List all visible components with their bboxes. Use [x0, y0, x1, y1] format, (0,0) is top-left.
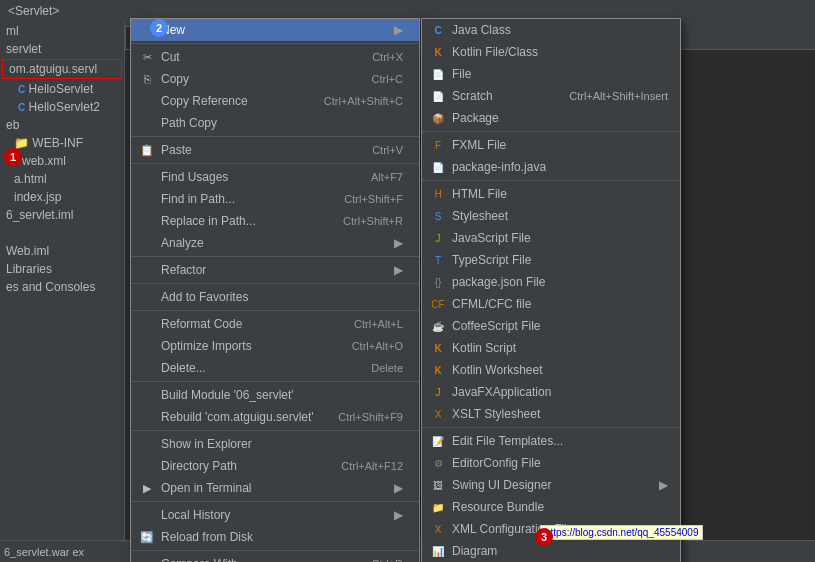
submenu-html[interactable]: H HTML File	[422, 183, 680, 205]
submenu-package-info[interactable]: 📄 package-info.java	[422, 156, 680, 178]
menu-add-favorites[interactable]: Add to Favorites	[131, 286, 419, 308]
kw-icon: K	[430, 362, 446, 378]
scratch-label: Scratch	[452, 89, 493, 103]
lp-webiml[interactable]: Web.iml	[0, 242, 124, 260]
cfml-icon: CF	[430, 296, 446, 312]
replace-path-label: Replace in Path...	[161, 214, 256, 228]
editorconfig-label: EditorConfig File	[452, 456, 541, 470]
rebuild-icon	[139, 409, 155, 425]
copy-path-label: Path Copy	[161, 116, 217, 130]
paste-icon: 📋	[139, 142, 155, 158]
submenu-css[interactable]: S Stylesheet	[422, 205, 680, 227]
lp-ahtml[interactable]: a.html	[0, 170, 124, 188]
submenu-scratch-file[interactable]: 📄 Scratch Ctrl+Alt+Shift+Insert	[422, 85, 680, 107]
analyze-label: Analyze	[161, 236, 204, 250]
submenu-package[interactable]: 📦 Package	[422, 107, 680, 129]
menu-copy-reference[interactable]: Copy Reference Ctrl+Alt+Shift+C	[131, 90, 419, 112]
lp-iml[interactable]: 6_servlet.iml	[0, 206, 124, 224]
menu-cut[interactable]: ✂ Cut Ctrl+X	[131, 46, 419, 68]
history-label: Local History	[161, 508, 230, 522]
menu-delete[interactable]: Delete... Delete	[131, 357, 419, 379]
favorites-icon	[139, 289, 155, 305]
submenu-swing[interactable]: 🖼 Swing UI Designer ▶	[422, 474, 680, 496]
replace-path-icon	[139, 213, 155, 229]
delete-icon	[139, 360, 155, 376]
lp-servlet[interactable]: servlet	[0, 40, 124, 58]
delete-label: Delete...	[161, 361, 206, 375]
lp-indexjsp[interactable]: index.jsp	[0, 188, 124, 206]
menu-local-history[interactable]: Local History ▶	[131, 504, 419, 526]
find-usages-shortcut: Alt+F7	[371, 171, 403, 183]
bottom-tab-item[interactable]: 6_servlet.war ex	[4, 546, 84, 558]
submenu-diagram[interactable]: 📊 Diagram	[422, 540, 680, 562]
lp-helloservlet2[interactable]: C HelloServlet2	[0, 98, 124, 116]
json-label: package.json File	[452, 275, 545, 289]
lp-package[interactable]: om.atguigu.servl	[2, 59, 122, 79]
menu-refactor[interactable]: Refactor ▶	[131, 259, 419, 281]
menu-find-usages[interactable]: Find Usages Alt+F7	[131, 166, 419, 188]
kotlin-label: Kotlin File/Class	[452, 45, 538, 59]
menu-reformat[interactable]: Reformat Code Ctrl+Alt+L	[131, 313, 419, 335]
pkg-info-label: package-info.java	[452, 160, 546, 174]
submenu-javafx[interactable]: J JavaFXApplication	[422, 381, 680, 403]
submenu-file[interactable]: 📄 File	[422, 63, 680, 85]
menu-terminal[interactable]: ▶ Open in Terminal ▶	[131, 477, 419, 499]
menu-copy[interactable]: ⎘ Copy Ctrl+C	[131, 68, 419, 90]
menu-copy-path[interactable]: Path Copy	[131, 112, 419, 134]
submenu-kotlin-file[interactable]: K Kotlin File/Class	[422, 41, 680, 63]
copy-shortcut: Ctrl+C	[372, 73, 403, 85]
menu-dir-path[interactable]: Directory Path Ctrl+Alt+F12	[131, 455, 419, 477]
menu-optimize[interactable]: Optimize Imports Ctrl+Alt+O	[131, 335, 419, 357]
copy-path-icon	[139, 115, 155, 131]
lp-libraries[interactable]: Libraries	[0, 260, 124, 278]
submenu-edit-templates[interactable]: 📝 Edit File Templates...	[422, 430, 680, 452]
refactor-arrow: ▶	[394, 263, 403, 277]
menu-paste[interactable]: 📋 Paste Ctrl+V	[131, 139, 419, 161]
java-class-icon: C	[430, 22, 446, 38]
submenu-cfml[interactable]: CF CFML/CFC file	[422, 293, 680, 315]
terminal-arrow: ▶	[394, 481, 403, 495]
history-arrow: ▶	[394, 508, 403, 522]
reload-icon: 🔄	[139, 529, 155, 545]
menu-reload[interactable]: 🔄 Reload from Disk	[131, 526, 419, 548]
menu-replace-path[interactable]: Replace in Path... Ctrl+Shift+R	[131, 210, 419, 232]
submenu-json[interactable]: {} package.json File	[422, 271, 680, 293]
lp-helloservlet[interactable]: C HelloServlet	[0, 80, 124, 98]
submenu-js[interactable]: J JavaScript File	[422, 227, 680, 249]
lp-consoles[interactable]: es and Consoles	[0, 278, 124, 296]
submenu-kotlin-worksheet[interactable]: K Kotlin Worksheet	[422, 359, 680, 381]
package-label: Package	[452, 111, 499, 125]
submenu-resource-bundle[interactable]: 📁 Resource Bundle	[422, 496, 680, 518]
menu-build-module[interactable]: Build Module '06_servlet'	[131, 384, 419, 406]
build-module-icon	[139, 387, 155, 403]
badge-2: 2	[150, 19, 168, 37]
menu-rebuild[interactable]: Rebuild 'com.atguigu.servlet' Ctrl+Shift…	[131, 406, 419, 428]
menu-find-path[interactable]: Find in Path... Ctrl+Shift+F	[131, 188, 419, 210]
menu-compare[interactable]: ↔ Compare With... Ctrl+D	[131, 553, 419, 562]
lp-ml[interactable]: ml	[0, 22, 124, 40]
menu-show-explorer[interactable]: Show in Explorer	[131, 433, 419, 455]
coffee-label: CoffeeScript File	[452, 319, 540, 333]
file-label: File	[452, 67, 471, 81]
submenu-coffee[interactable]: ☕ CoffeeScript File	[422, 315, 680, 337]
cut-label: Cut	[161, 50, 180, 64]
analyze-icon	[139, 235, 155, 251]
submenu-new: C Java Class K Kotlin File/Class 📄 File …	[421, 18, 681, 562]
menu-analyze[interactable]: Analyze ▶	[131, 232, 419, 254]
package-icon: 📦	[430, 110, 446, 126]
submenu-xslt[interactable]: X XSLT Stylesheet	[422, 403, 680, 425]
favorites-label: Add to Favorites	[161, 290, 248, 304]
submenu-kotlin-script[interactable]: K Kotlin Script	[422, 337, 680, 359]
submenu-editorconfig[interactable]: ⚙ EditorConfig File	[422, 452, 680, 474]
show-explorer-label: Show in Explorer	[161, 437, 252, 451]
submenu-java-class[interactable]: C Java Class	[422, 19, 680, 41]
swing-icon: 🖼	[430, 477, 446, 493]
fxml-icon: F	[430, 137, 446, 153]
submenu-ts[interactable]: T TypeScript File	[422, 249, 680, 271]
rb-label: Resource Bundle	[452, 500, 544, 514]
lp-web[interactable]: eb	[0, 116, 124, 134]
submenu-fxml[interactable]: F FXML File	[422, 134, 680, 156]
menu-new[interactable]: New ▶ C Java Class K Kotlin File/Class 📄…	[131, 19, 419, 41]
reformat-shortcut: Ctrl+Alt+L	[354, 318, 403, 330]
cut-icon: ✂	[139, 49, 155, 65]
